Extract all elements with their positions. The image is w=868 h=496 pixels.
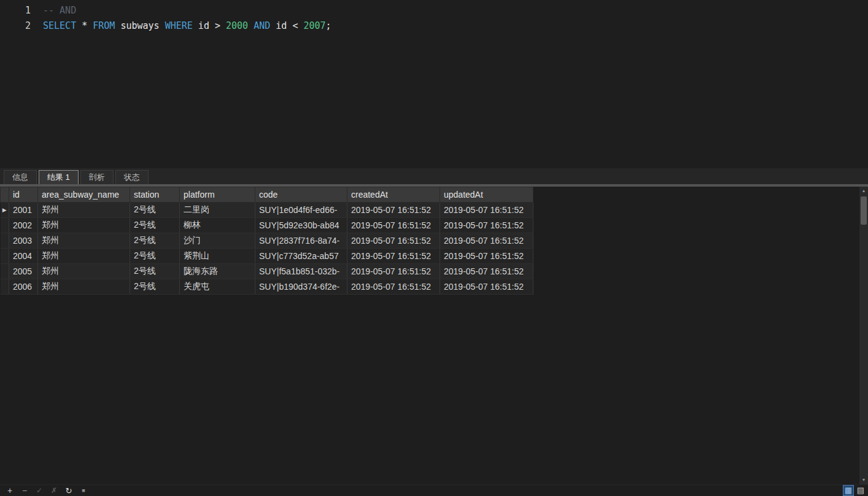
cell-station[interactable]: 2号线: [130, 218, 180, 233]
result-table: idarea_subway_namestationplatformcodecre…: [0, 187, 533, 295]
cell-createdAt[interactable]: 2019-05-07 16:51:52: [347, 233, 440, 249]
sql-token-plain: ;: [326, 20, 331, 31]
refresh-button[interactable]: ↻: [63, 486, 75, 495]
cell-area_subway_name[interactable]: 郑州: [38, 249, 130, 264]
cell-code[interactable]: SUY|1e0d4f6f-ed66-: [255, 203, 347, 218]
column-header-updatedAt[interactable]: updatedAt: [440, 187, 533, 203]
cell-updatedAt[interactable]: 2019-05-07 16:51:52: [440, 279, 533, 295]
column-header-station[interactable]: station: [130, 187, 180, 203]
column-header-id[interactable]: id: [9, 187, 38, 203]
cell-area_subway_name[interactable]: 郑州: [38, 233, 130, 249]
line-number: 2: [0, 18, 38, 34]
cell-code[interactable]: SUY|c773d52a-ab57: [255, 249, 347, 264]
table-row[interactable]: 2006郑州2号线关虎屯SUY|b190d374-6f2e-2019-05-07…: [1, 279, 533, 295]
cell-id[interactable]: 2002: [9, 218, 38, 233]
table-row[interactable]: 2003郑州2号线沙门SUY|2837f716-8a74-2019-05-07 …: [1, 233, 533, 249]
cell-platform[interactable]: 陇海东路: [180, 264, 255, 279]
stop-button[interactable]: ■: [77, 487, 90, 494]
cell-platform[interactable]: 关虎屯: [180, 279, 255, 295]
cell-area_subway_name[interactable]: 郑州: [38, 218, 130, 233]
cell-createdAt[interactable]: 2019-05-07 16:51:52: [347, 279, 440, 295]
column-header-createdAt[interactable]: createdAt: [347, 187, 440, 203]
code-text: SELECT * FROM subways WHERE id > 2000 AN…: [38, 18, 331, 34]
table-row[interactable]: ▶2001郑州2号线二里岗SUY|1e0d4f6f-ed66-2019-05-0…: [1, 203, 533, 218]
record-toolbar: + − ✓ ✗ ↻ ■ ▦ ▤: [0, 484, 868, 496]
cell-code[interactable]: SUY|2837f716-8a74-: [255, 233, 347, 249]
line-number: 1: [0, 3, 38, 18]
cell-updatedAt[interactable]: 2019-05-07 16:51:52: [440, 218, 533, 233]
table-row[interactable]: 2005郑州2号线陇海东路SUY|f5a1b851-032b-2019-05-0…: [1, 264, 533, 279]
row-marker-cell: [1, 264, 9, 279]
scrollbar-thumb[interactable]: [861, 196, 867, 225]
cell-platform[interactable]: 二里岗: [180, 203, 255, 218]
cell-code[interactable]: SUY|b190d374-6f2e-: [255, 279, 347, 295]
code-line: 2 SELECT * FROM subways WHERE id > 2000 …: [0, 18, 868, 34]
cell-platform[interactable]: 沙门: [180, 233, 255, 249]
result-grid-panel: idarea_subway_namestationplatformcodecre…: [0, 187, 868, 484]
sql-token-keyword: WHERE: [165, 20, 193, 31]
cell-code[interactable]: SUY|5d92e30b-ab84: [255, 218, 347, 233]
result-tabbar: 信息 结果 1 剖析 状态: [0, 168, 868, 184]
cell-updatedAt[interactable]: 2019-05-07 16:51:52: [440, 264, 533, 279]
cell-updatedAt[interactable]: 2019-05-07 16:51:52: [440, 249, 533, 264]
row-marker-cell: [1, 233, 9, 249]
row-marker-cell: [1, 218, 9, 233]
sql-token-plain: id <: [270, 20, 303, 31]
row-marker-cell: [1, 279, 9, 295]
table-row[interactable]: 2004郑州2号线紫荆山SUY|c773d52a-ab572019-05-07 …: [1, 249, 533, 264]
tab-info[interactable]: 信息: [4, 170, 37, 184]
cell-id[interactable]: 2001: [9, 203, 38, 218]
cell-id[interactable]: 2005: [9, 264, 38, 279]
sql-token-plain: subways: [115, 20, 165, 31]
cell-createdAt[interactable]: 2019-05-07 16:51:52: [347, 249, 440, 264]
tab-status[interactable]: 状态: [115, 170, 149, 184]
sql-token-keyword: SELECT: [43, 20, 76, 31]
cell-station[interactable]: 2号线: [130, 279, 180, 295]
sql-token-number: 2000: [226, 20, 248, 31]
cell-createdAt[interactable]: 2019-05-07 16:51:52: [347, 203, 440, 218]
cell-platform[interactable]: 柳林: [180, 218, 255, 233]
cell-updatedAt[interactable]: 2019-05-07 16:51:52: [440, 233, 533, 249]
cell-createdAt[interactable]: 2019-05-07 16:51:52: [347, 218, 440, 233]
sql-editor[interactable]: 1 -- AND 2 SELECT * FROM subways WHERE i…: [0, 0, 868, 168]
view-switcher: ▦ ▤: [843, 486, 866, 495]
tab-profile[interactable]: 剖析: [80, 170, 114, 184]
sql-token-plain: *: [76, 20, 93, 31]
result-table-body: ▶2001郑州2号线二里岗SUY|1e0d4f6f-ed66-2019-05-0…: [1, 203, 533, 295]
code-text: -- AND: [38, 3, 76, 18]
cell-station[interactable]: 2号线: [130, 264, 180, 279]
cell-area_subway_name[interactable]: 郑州: [38, 264, 130, 279]
cell-platform[interactable]: 紫荆山: [180, 249, 255, 264]
column-header-area_subway_name[interactable]: area_subway_name: [38, 187, 130, 203]
row-marker-cell: [1, 249, 9, 264]
cell-code[interactable]: SUY|f5a1b851-032b-: [255, 264, 347, 279]
sql-token-keyword: FROM: [93, 20, 115, 31]
sql-token-keyword: AND: [254, 20, 270, 31]
delete-record-button[interactable]: −: [18, 486, 31, 495]
table-row[interactable]: 2002郑州2号线柳林SUY|5d92e30b-ab842019-05-07 1…: [1, 218, 533, 233]
scroll-up-icon[interactable]: ▲: [859, 187, 868, 195]
cell-station[interactable]: 2号线: [130, 203, 180, 218]
column-header-platform[interactable]: platform: [180, 187, 255, 203]
tab-result-1[interactable]: 结果 1: [39, 170, 79, 184]
cell-id[interactable]: 2003: [9, 233, 38, 249]
result-table-header-row: idarea_subway_namestationplatformcodecre…: [1, 187, 533, 203]
sql-token-plain: [248, 20, 254, 31]
cell-updatedAt[interactable]: 2019-05-07 16:51:52: [440, 203, 533, 218]
add-record-button[interactable]: +: [4, 486, 16, 495]
column-header-code[interactable]: code: [255, 187, 347, 203]
cell-id[interactable]: 2006: [9, 279, 38, 295]
cell-id[interactable]: 2004: [9, 249, 38, 264]
apply-changes-button[interactable]: ✓: [33, 486, 45, 495]
cell-area_subway_name[interactable]: 郑州: [38, 279, 130, 295]
cell-area_subway_name[interactable]: 郑州: [38, 203, 130, 218]
discard-changes-button[interactable]: ✗: [48, 486, 60, 495]
grid-view-icon[interactable]: ▦: [843, 486, 853, 495]
cell-station[interactable]: 2号线: [130, 249, 180, 264]
cell-createdAt[interactable]: 2019-05-07 16:51:52: [347, 264, 440, 279]
cell-station[interactable]: 2号线: [130, 233, 180, 249]
vertical-scrollbar[interactable]: ▲ ▼: [859, 187, 868, 484]
text-view-icon[interactable]: ▤: [856, 486, 866, 495]
sql-token-number: 2007: [303, 20, 325, 31]
scroll-down-icon[interactable]: ▼: [859, 476, 868, 484]
